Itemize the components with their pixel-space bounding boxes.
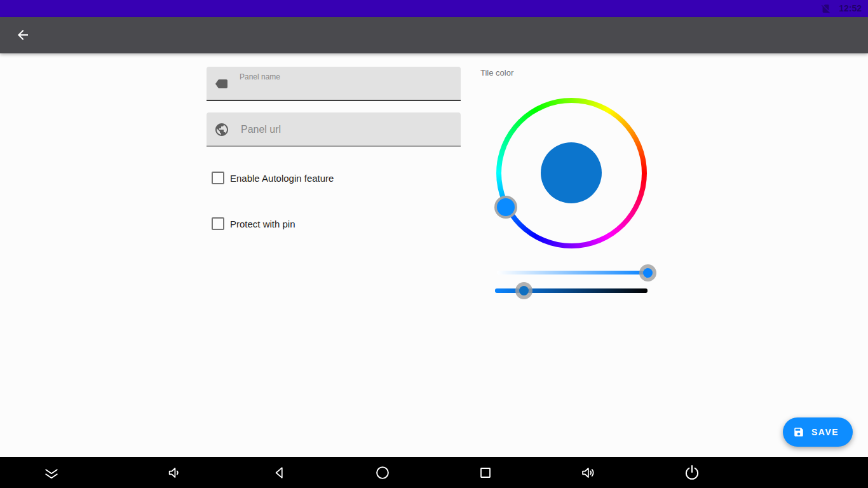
panel-name-field[interactable]: Panel name [207, 67, 461, 101]
value-handle-dot [519, 286, 529, 295]
back-button[interactable] [8, 20, 38, 50]
no-sim-icon [820, 3, 831, 14]
screen: 12:52 Panel name Enable Autologin featur… [0, 0, 868, 488]
volume-down-button[interactable] [166, 464, 184, 482]
home-button[interactable] [374, 464, 391, 481]
value-slider-handle[interactable] [515, 282, 532, 299]
autologin-checkbox-label: Enable Autologin feature [230, 173, 334, 184]
recents-button[interactable] [478, 465, 493, 480]
panel-url-field[interactable] [207, 112, 461, 147]
pin-checkbox-label: Protect with pin [230, 219, 295, 229]
hue-wheel-handle[interactable] [494, 196, 517, 219]
hue-wheel-handle-dot [497, 198, 515, 216]
pin-checkbox[interactable] [212, 217, 224, 230]
arrow-back-icon [15, 27, 31, 43]
double-chevron-down-icon [41, 464, 62, 482]
power-button[interactable] [682, 463, 702, 482]
circle-outline-icon [374, 464, 391, 481]
app-bar [0, 17, 868, 53]
speaker-one-wave-icon [166, 464, 184, 482]
navigation-bar [0, 457, 868, 488]
selected-color-preview [541, 142, 602, 203]
save-floppy-icon [793, 426, 804, 438]
panel-url-input[interactable] [240, 112, 452, 147]
panel-name-input[interactable] [240, 82, 452, 98]
volume-up-button[interactable] [580, 464, 598, 482]
save-button[interactable]: SAVE [783, 417, 853, 447]
save-button-label: SAVE [811, 427, 839, 437]
hide-navigation-button[interactable] [41, 464, 62, 482]
square-outline-icon [478, 465, 493, 480]
saturation-slider-handle[interactable] [639, 264, 656, 281]
saturation-handle-dot [643, 268, 653, 278]
pin-checkbox-row[interactable]: Protect with pin [212, 217, 295, 230]
tag-label-icon [214, 76, 229, 92]
android-back-button[interactable] [271, 464, 288, 481]
speaker-two-waves-icon [580, 464, 598, 482]
status-bar: 12:52 [0, 0, 868, 17]
autologin-checkbox[interactable] [212, 172, 224, 184]
triangle-left-icon [271, 464, 288, 481]
globe-icon [214, 122, 229, 137]
panel-name-label: Panel name [240, 72, 280, 81]
tile-color-label: Tile color [480, 68, 513, 78]
saturation-slider-track[interactable] [497, 271, 648, 274]
autologin-checkbox-row[interactable]: Enable Autologin feature [212, 172, 334, 184]
power-symbol-icon [682, 463, 702, 482]
status-clock: 12:52 [839, 0, 862, 17]
